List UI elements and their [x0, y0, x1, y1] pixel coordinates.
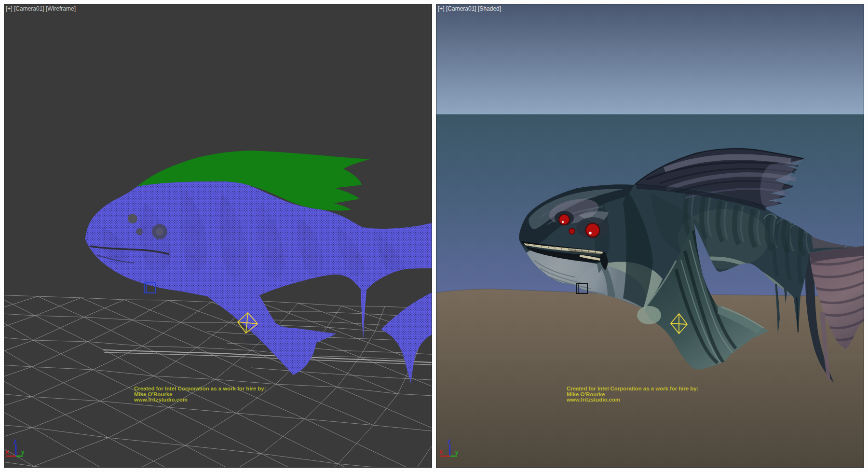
svg-text:Z: Z	[448, 439, 451, 444]
svg-text:[+] [Camera01] [Wireframe]: [+] [Camera01] [Wireframe]	[6, 5, 76, 12]
svg-text:Created for Intel Corporation: Created for Intel Corporation as a work …	[567, 386, 698, 391]
svg-text:Created for Intel Corporation: Created for Intel Corporation as a work …	[134, 386, 266, 391]
svg-text:[+] [Camera01] [Shaded]: [+] [Camera01] [Shaded]	[438, 5, 501, 12]
svg-text:y: y	[21, 449, 25, 455]
svg-text:www.fritzstudio.com: www.fritzstudio.com	[134, 397, 188, 403]
svg-text:www.fritzstudio.com: www.fritzstudio.com	[566, 397, 620, 403]
svg-text:y: y	[455, 449, 459, 455]
svg-text:X: X	[439, 449, 443, 455]
svg-text:X: X	[5, 449, 9, 455]
svg-text:Z: Z	[14, 439, 17, 444]
